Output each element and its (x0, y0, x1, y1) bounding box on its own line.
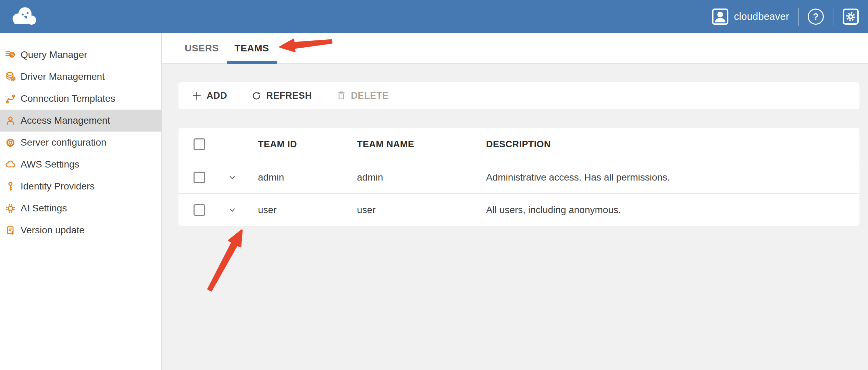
refresh-button[interactable]: REFRESH (251, 90, 312, 101)
username-label: cloudbeaver (734, 11, 789, 22)
sidebar-item-label: Driver Management (21, 71, 105, 82)
connection-templates-icon (5, 93, 16, 104)
sidebar-item-aws-settings[interactable]: AWS Settings (0, 153, 161, 175)
add-button-label: ADD (207, 90, 227, 101)
sidebar-item-label: Connection Templates (21, 93, 115, 104)
column-header-description: DESCRIPTION (486, 139, 859, 150)
select-all-checkbox[interactable] (194, 138, 205, 150)
server-configuration-icon (5, 137, 16, 148)
sidebar-item-label: Identity Providers (21, 181, 95, 192)
settings-gear-icon[interactable] (842, 8, 859, 25)
cloudbeaver-logo[interactable] (10, 5, 39, 28)
team-row-user[interactable]: user user All users, including anonymous… (178, 193, 859, 226)
tab-teams[interactable]: TEAMS (227, 33, 277, 63)
sidebar-item-version-update[interactable]: Version update (0, 219, 161, 241)
main-panel: USERS TEAMS ADD (162, 33, 868, 370)
teams-toolbar: ADD REFRESH (178, 82, 859, 109)
ai-settings-icon (5, 203, 16, 214)
help-icon[interactable]: ? (808, 9, 824, 25)
user-avatar-icon (712, 8, 729, 25)
sidebar-item-label: Version update (21, 225, 85, 236)
refresh-button-label: REFRESH (266, 90, 312, 101)
header-divider (833, 8, 833, 26)
cell-description: All users, including anonymous. (486, 205, 859, 215)
teams-content: ADD REFRESH (162, 64, 868, 370)
trash-icon (336, 90, 347, 101)
version-update-icon (5, 225, 16, 236)
sidebar-item-ai-settings[interactable]: AI Settings (0, 197, 161, 219)
user-menu[interactable]: cloudbeaver (712, 8, 789, 25)
teams-table: TEAM ID TEAM NAME DESCRIPTION admin admi… (178, 128, 859, 226)
sidebar-item-label: Server configuration (21, 137, 107, 148)
plus-icon (191, 90, 202, 101)
identity-providers-icon (5, 181, 16, 192)
cell-team-id: admin (248, 172, 357, 183)
sidebar-item-query-manager[interactable]: Query Manager (0, 44, 161, 66)
sidebar-item-identity-providers[interactable]: Identity Providers (0, 175, 161, 197)
active-tab-underline (227, 61, 277, 64)
sidebar-item-driver-management[interactable]: Driver Management (0, 66, 161, 88)
sidebar-item-label: AWS Settings (21, 159, 79, 170)
access-management-icon (5, 115, 16, 126)
delete-button[interactable]: DELETE (336, 90, 389, 101)
sidebar-item-label: Access Management (21, 115, 110, 126)
sidebar-item-connection-templates[interactable]: Connection Templates (0, 88, 161, 110)
refresh-icon (251, 90, 262, 101)
row-checkbox[interactable] (194, 172, 205, 183)
row-checkbox[interactable] (194, 204, 205, 216)
driver-management-icon (5, 71, 16, 83)
delete-button-label: DELETE (351, 90, 389, 101)
app-header: cloudbeaver ? (0, 0, 868, 33)
query-manager-icon (5, 49, 16, 61)
chevron-down-icon[interactable] (227, 172, 237, 183)
tab-users-label: USERS (185, 43, 219, 54)
add-button[interactable]: ADD (191, 90, 227, 101)
access-management-tabs: USERS TEAMS (162, 33, 868, 64)
column-header-team-name: TEAM NAME (357, 139, 486, 150)
header-divider (798, 8, 799, 26)
admin-sidebar: Query Manager Driver Management (0, 33, 162, 370)
aws-settings-icon (5, 159, 16, 170)
team-row-admin[interactable]: admin admin Administrative access. Has a… (178, 161, 859, 193)
tab-teams-label: TEAMS (235, 43, 269, 54)
tab-users[interactable]: USERS (177, 33, 227, 63)
cloud-logo-icon (10, 5, 39, 28)
teams-table-header-row: TEAM ID TEAM NAME DESCRIPTION (178, 128, 859, 161)
sidebar-item-label: Query Manager (21, 49, 87, 60)
cell-team-name: admin (357, 172, 486, 183)
column-header-team-id: TEAM ID (248, 139, 357, 150)
cell-team-id: user (248, 205, 357, 215)
cell-description: Administrative access. Has all permissio… (486, 172, 859, 183)
cell-team-name: user (357, 205, 486, 215)
sidebar-item-access-management[interactable]: Access Management (0, 110, 161, 132)
sidebar-item-server-configuration[interactable]: Server configuration (0, 132, 161, 153)
sidebar-item-label: AI Settings (21, 203, 67, 214)
chevron-down-icon[interactable] (227, 205, 237, 215)
